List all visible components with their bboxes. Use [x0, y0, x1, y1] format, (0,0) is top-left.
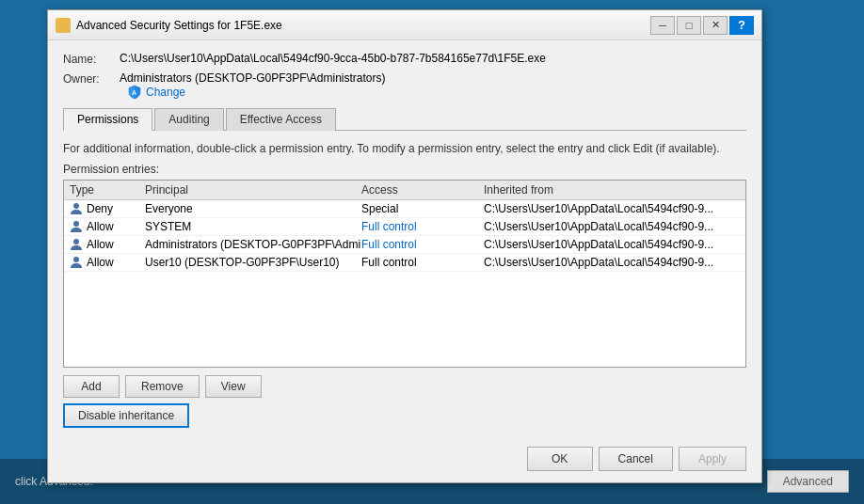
perm-access: Full control [361, 256, 484, 269]
access-link[interactable]: Full control [361, 238, 417, 251]
minimize-button[interactable]: ─ [650, 16, 675, 35]
perm-inherited: C:\Users\User10\AppData\Local\5494cf90-9… [484, 256, 740, 269]
dialog-title: Advanced Security Settings for 1F5E.exe [76, 19, 282, 32]
perm-access: Full control [361, 220, 484, 233]
ok-button[interactable]: OK [527, 447, 593, 471]
name-value: C:\Users\User10\AppData\Local\5494cf90-9… [120, 52, 746, 65]
owner-row: Owner: Administrators (DESKTOP-G0PF3PF\A… [63, 71, 746, 100]
svg-point-3 [73, 239, 79, 244]
table-row[interactable]: DenyEveryoneSpecialC:\Users\User10\AppDa… [64, 200, 745, 218]
table-header: Type Principal Access Inherited from [64, 181, 745, 200]
title-buttons: ─ □ ✕ ? [650, 16, 754, 35]
close-button[interactable]: ✕ [703, 16, 728, 35]
svg-point-4 [73, 257, 79, 262]
header-type: Type [70, 183, 145, 197]
info-text: For additional information, double-click… [63, 140, 746, 157]
view-button[interactable]: View [205, 375, 262, 398]
perm-type: Allow [70, 220, 145, 233]
tab-effective-access[interactable]: Effective Access [226, 108, 336, 131]
tabs: Permissions Auditing Effective Access [63, 107, 746, 131]
perm-principal: SYSTEM [145, 220, 361, 233]
shield-icon: A [127, 85, 142, 100]
perm-type: Deny [70, 202, 145, 215]
remove-button[interactable]: Remove [125, 375, 200, 398]
header-access: Access [361, 183, 484, 197]
perm-principal: Administrators (DESKTOP-G0PF3PF\Adminis.… [145, 238, 361, 251]
perm-principal: User10 (DESKTOP-G0PF3PF\User10) [145, 256, 361, 269]
header-principal: Principal [145, 183, 361, 197]
perm-type: Allow [70, 256, 145, 269]
table-row[interactable]: AllowSYSTEMFull controlC:\Users\User10\A… [64, 218, 745, 236]
section-title: Permission entries: [63, 163, 746, 176]
user-icon [70, 238, 83, 251]
name-row: Name: C:\Users\User10\AppData\Local\5494… [63, 52, 746, 66]
maximize-button[interactable]: □ [677, 16, 701, 35]
user-icon [70, 256, 83, 269]
tab-auditing[interactable]: Auditing [154, 108, 223, 131]
cancel-button[interactable]: Cancel [599, 447, 673, 471]
perm-access: Full control [361, 238, 484, 251]
svg-text:A: A [132, 89, 136, 96]
table-row[interactable]: AllowUser10 (DESKTOP-G0PF3PF\User10)Full… [64, 254, 745, 272]
action-buttons: Add Remove View [63, 375, 746, 398]
name-label: Name: [63, 52, 120, 66]
user-icon [70, 202, 83, 215]
perm-type: Allow [70, 238, 145, 251]
svg-point-2 [73, 221, 79, 227]
perm-access: Special [361, 202, 484, 215]
perm-inherited: C:\Users\User10\AppData\Local\5494cf90-9… [484, 202, 740, 215]
perm-principal: Everyone [145, 202, 361, 215]
dialog-icon [56, 18, 71, 33]
owner-label: Owner: [63, 71, 120, 86]
advanced-taskbar-button[interactable]: Advanced [767, 470, 849, 493]
perm-inherited: C:\Users\User10\AppData\Local\5494cf90-9… [484, 238, 740, 251]
apply-button[interactable]: Apply [679, 447, 746, 471]
title-bar: Advanced Security Settings for 1F5E.exe … [48, 10, 761, 40]
svg-point-1 [73, 203, 79, 209]
tab-permissions[interactable]: Permissions [63, 108, 152, 131]
access-link[interactable]: Full control [361, 220, 417, 233]
user-icon [70, 220, 83, 233]
help-button[interactable]: ? [729, 16, 754, 35]
add-button[interactable]: Add [63, 375, 120, 398]
dialog-window: Advanced Security Settings for 1F5E.exe … [47, 9, 762, 483]
header-inherited: Inherited from [484, 183, 740, 197]
table-row[interactable]: AllowAdministrators (DESKTOP-G0PF3PF\Adm… [64, 236, 745, 254]
disable-inheritance-button[interactable]: Disable inheritance [63, 403, 189, 428]
perm-inherited: C:\Users\User10\AppData\Local\5494cf90-9… [484, 220, 740, 233]
dialog-content: Name: C:\Users\User10\AppData\Local\5494… [48, 40, 761, 439]
permissions-table: Type Principal Access Inherited from Den… [63, 180, 746, 368]
owner-value: Administrators (DESKTOP-G0PF3PF\Administ… [120, 71, 746, 100]
change-link[interactable]: A Change [127, 85, 746, 100]
bottom-bar: OK Cancel Apply [48, 439, 761, 482]
perm-rows-container: DenyEveryoneSpecialC:\Users\User10\AppDa… [64, 200, 745, 272]
title-bar-left: Advanced Security Settings for 1F5E.exe [56, 18, 282, 33]
